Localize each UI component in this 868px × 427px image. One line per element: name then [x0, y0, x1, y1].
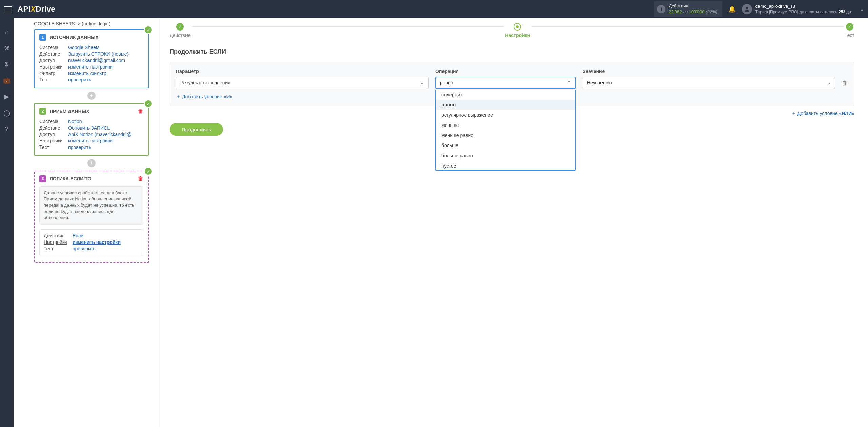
- dropdown-option[interactable]: регулярное выражение: [436, 110, 575, 120]
- check-icon: ✓: [144, 100, 152, 108]
- add-and-label: Добавить условие «И»: [182, 94, 232, 99]
- row-label: Доступ: [39, 132, 68, 137]
- username: demo_apix-drive_s3: [755, 4, 851, 9]
- row-value[interactable]: Обновить ЗАПИСЬ: [68, 125, 110, 131]
- row-value[interactable]: изменить настройки: [68, 64, 113, 70]
- menu-toggle-icon[interactable]: [4, 6, 12, 12]
- row-label: Доступ: [39, 58, 68, 63]
- usage-label: Действия:: [669, 3, 717, 9]
- row-value[interactable]: изменить фильтр: [68, 71, 106, 76]
- dollar-icon[interactable]: $: [5, 61, 8, 68]
- val-select[interactable]: Неуспешно ⌄: [583, 77, 835, 89]
- usage-used: 22'062: [669, 9, 682, 14]
- briefcase-icon[interactable]: 💼: [3, 77, 11, 84]
- video-icon[interactable]: ▶: [4, 93, 9, 100]
- check-icon: ✓: [144, 26, 152, 34]
- step3-label: Тест: [845, 33, 854, 38]
- row-label: Фильтр: [39, 71, 68, 76]
- chevron-up-icon: ⌃: [567, 80, 571, 85]
- add-step-button[interactable]: +: [87, 92, 96, 100]
- plus-icon: ＋: [176, 94, 181, 100]
- row-value[interactable]: Если: [73, 233, 83, 238]
- stepper: ✓ Действие Настройки ✓ Тест: [170, 23, 854, 38]
- op-select[interactable]: равно ⌃: [435, 77, 576, 89]
- content-area: ✓ Действие Настройки ✓ Тест Продолжить Е…: [159, 18, 868, 427]
- step2-circle[interactable]: [514, 23, 521, 31]
- step3-circle[interactable]: ✓: [846, 23, 853, 31]
- add-or-prefix: Добавить условие: [797, 111, 838, 116]
- tariff-days: 253: [839, 9, 845, 14]
- dropdown-option[interactable]: равно: [436, 100, 575, 110]
- row-value[interactable]: проверить: [68, 77, 91, 82]
- dest-block[interactable]: ✓ 2 ПРИЕМ ДАННЫХ 🗑 СистемаNotion Действи…: [34, 103, 149, 156]
- logo-x: X: [31, 5, 36, 13]
- op-value: равно: [440, 80, 453, 85]
- op-label: Операция: [435, 69, 576, 74]
- usage-sep: из: [683, 9, 688, 14]
- home-icon[interactable]: ⌂: [5, 28, 9, 36]
- usage-text: Действия: 22'062 из 100'000 (22%): [669, 3, 717, 15]
- row-label: Настройки: [44, 239, 73, 245]
- info-icon: i: [657, 5, 665, 13]
- trash-icon[interactable]: 🗑: [138, 108, 143, 114]
- continue-button[interactable]: Продолжить: [170, 123, 223, 136]
- row-value[interactable]: проверить: [73, 246, 96, 251]
- dropdown-option[interactable]: пустое: [436, 161, 575, 171]
- step-number-2: 2: [39, 108, 46, 115]
- param-label: Параметр: [176, 69, 429, 74]
- logic-description: Данное условие сработает, если в блоке П…: [39, 186, 143, 225]
- connections-icon[interactable]: ⚒: [4, 44, 9, 52]
- logic-block[interactable]: ✓ 3 ЛОГИКА ЕСЛИ/ТО 🗑 Данное условие сраб…: [34, 171, 149, 263]
- dropdown-option[interactable]: меньше: [436, 120, 575, 130]
- tariff-suffix: дн: [845, 9, 851, 14]
- sidebar: GOOGLE SHEETS -> (notion, logic) ✓ 1 ИСТ…: [14, 18, 159, 427]
- dropdown-option[interactable]: содержит: [436, 90, 575, 100]
- logic-title: ЛОГИКА ЕСЛИ/ТО: [50, 176, 91, 181]
- row-label: Тест: [39, 77, 68, 82]
- user-menu[interactable]: demo_apix-drive_s3 Тариф |Премиум PRO| д…: [742, 4, 864, 15]
- row-value[interactable]: изменить настройки: [73, 239, 121, 245]
- val-label: Значение: [583, 69, 835, 74]
- trash-icon[interactable]: 🗑: [842, 80, 848, 87]
- add-step-button[interactable]: +: [87, 159, 96, 167]
- row-value[interactable]: Загрузить СТРОКИ (новые): [68, 51, 129, 57]
- avatar-icon: [742, 4, 752, 14]
- dropdown-option[interactable]: больше: [436, 140, 575, 151]
- app-logo[interactable]: APIXDrive: [18, 5, 55, 14]
- dropdown-option[interactable]: меньше равно: [436, 130, 575, 140]
- row-label: Тест: [39, 144, 68, 150]
- check-icon: ✓: [144, 167, 152, 175]
- step1-label: Действие: [170, 33, 191, 38]
- add-and-button[interactable]: ＋ Добавить условие «И»: [176, 94, 232, 100]
- section-title: Продолжить ЕСЛИ: [170, 48, 854, 55]
- chevron-down-icon: ⌄: [860, 6, 864, 12]
- row-value[interactable]: проверить: [68, 144, 91, 150]
- left-nav: ⌂ ⚒ $ 💼 ▶ ◯ ?: [0, 18, 14, 427]
- usage-box[interactable]: i Действия: 22'062 из 100'000 (22%): [654, 1, 722, 17]
- row-label: Действие: [39, 125, 68, 131]
- step-number-1: 1: [39, 34, 46, 41]
- condition-box: Параметр Результат выполнения ⌄ Операция…: [170, 62, 854, 106]
- step1-circle[interactable]: ✓: [176, 23, 184, 31]
- row-value[interactable]: Notion: [68, 119, 82, 124]
- row-value[interactable]: ApiX Notion (maverickandrii@: [68, 132, 132, 137]
- dropdown-option[interactable]: больше равно: [436, 151, 575, 161]
- trash-icon[interactable]: 🗑: [138, 176, 143, 182]
- logo-api: API: [18, 5, 31, 13]
- val-value: Неуспешно: [587, 80, 612, 85]
- row-value[interactable]: maverickandrii@gmail.com: [68, 58, 125, 63]
- source-block[interactable]: ✓ 1 ИСТОЧНИК ДАННЫХ СистемаGoogle Sheets…: [34, 29, 149, 88]
- row-value[interactable]: Google Sheets: [68, 45, 100, 50]
- param-select[interactable]: Результат выполнения ⌄: [176, 77, 429, 89]
- breadcrumb: GOOGLE SHEETS -> (notion, logic): [34, 21, 149, 26]
- plus-icon: ＋: [791, 110, 796, 116]
- row-value[interactable]: изменить настройки: [68, 138, 113, 143]
- usage-pct: (22%): [706, 9, 717, 14]
- dest-title: ПРИЕМ ДАННЫХ: [50, 109, 90, 114]
- svg-point-0: [746, 7, 748, 9]
- source-title: ИСТОЧНИК ДАННЫХ: [50, 35, 99, 40]
- user-icon[interactable]: ◯: [3, 109, 10, 117]
- bell-icon[interactable]: 🔔: [728, 5, 736, 13]
- chevron-down-icon: ⌄: [827, 80, 831, 85]
- help-icon[interactable]: ?: [5, 125, 8, 133]
